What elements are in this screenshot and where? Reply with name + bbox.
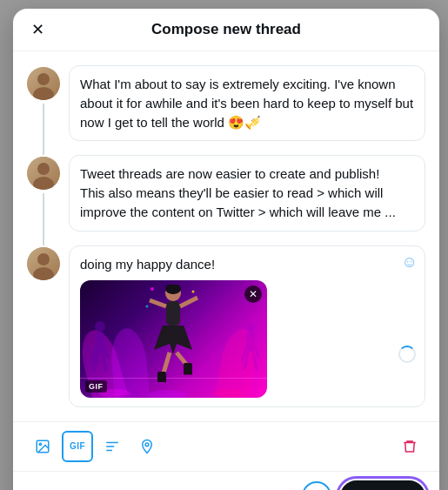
location-button[interactable] xyxy=(131,431,163,462)
svg-point-24 xyxy=(192,290,195,292)
svg-point-37 xyxy=(145,442,149,446)
svg-point-2 xyxy=(37,163,50,175)
loading-spinner xyxy=(398,346,416,363)
avatar-face-1 xyxy=(27,67,60,100)
gif-close-button[interactable]: ✕ xyxy=(244,285,262,303)
spinner-area xyxy=(398,346,416,363)
thread-content-area: What I'm about to say is extremely excit… xyxy=(13,51,439,421)
svg-point-5 xyxy=(33,267,54,280)
image-button[interactable] xyxy=(27,431,58,462)
svg-rect-14 xyxy=(166,301,180,326)
add-thread-button[interactable]: + xyxy=(302,481,331,490)
main-dancer xyxy=(145,285,202,382)
avatar-face-2 xyxy=(27,157,60,190)
svg-point-25 xyxy=(146,305,149,307)
thread-item-1: What I'm about to say is extremely excit… xyxy=(13,58,439,148)
delete-button[interactable] xyxy=(394,431,425,462)
floor-lights xyxy=(80,376,267,398)
svg-point-33 xyxy=(148,390,186,398)
tweet-box-2[interactable]: Tweet threads are now easier to create a… xyxy=(69,155,425,231)
modal-title: Compose new thread xyxy=(151,21,301,38)
tweet-all-button[interactable]: Tweet all xyxy=(340,480,425,491)
tweet-text-3: doing my happy dance! xyxy=(80,255,414,273)
tweet-box-3[interactable]: doing my happy dance! ☺ xyxy=(69,245,425,407)
svg-point-34 xyxy=(212,389,244,398)
avatar-3 xyxy=(27,247,60,280)
svg-line-15 xyxy=(150,300,166,306)
avatar-1 xyxy=(27,67,60,100)
emoji-button[interactable]: ☺ xyxy=(402,253,418,272)
svg-point-26 xyxy=(246,324,255,332)
thread-button[interactable] xyxy=(97,431,128,462)
gif-button[interactable]: GIF xyxy=(62,431,93,462)
gif-preview: GIF ✕ xyxy=(80,280,267,398)
svg-point-4 xyxy=(37,253,50,265)
svg-line-11 xyxy=(103,353,106,372)
gif-badge: GIF xyxy=(85,380,107,393)
bottom-actions: + Tweet all xyxy=(13,471,439,491)
svg-line-16 xyxy=(180,298,197,306)
tweet-text-2: Tweet threads are now easier to create a… xyxy=(80,164,414,221)
avatar-face-3 xyxy=(27,247,60,280)
svg-point-36 xyxy=(39,443,41,445)
svg-point-1 xyxy=(33,87,54,100)
bg-dancer-right xyxy=(238,322,263,379)
bg-dancer-left xyxy=(87,319,113,380)
svg-point-3 xyxy=(33,177,54,190)
compose-thread-modal: ✕ Compose new thread What I'm about to s… xyxy=(13,9,439,490)
svg-point-23 xyxy=(150,287,154,291)
avatar-2 xyxy=(27,157,60,190)
svg-rect-20 xyxy=(184,363,192,373)
compose-toolbar: GIF xyxy=(13,421,439,471)
tweet-box-1[interactable]: What I'm about to say is extremely excit… xyxy=(69,65,425,141)
thread-item-2: Tweet threads are now easier to create a… xyxy=(13,148,439,238)
svg-point-0 xyxy=(37,73,50,85)
tweet-text-1: What I'm about to say is extremely excit… xyxy=(80,75,414,131)
thread-item-3: doing my happy dance! ☺ xyxy=(13,238,439,414)
svg-point-6 xyxy=(95,321,105,332)
modal-header: ✕ Compose new thread xyxy=(13,9,439,51)
gif-stage xyxy=(80,280,267,398)
close-button[interactable]: ✕ xyxy=(23,16,51,44)
